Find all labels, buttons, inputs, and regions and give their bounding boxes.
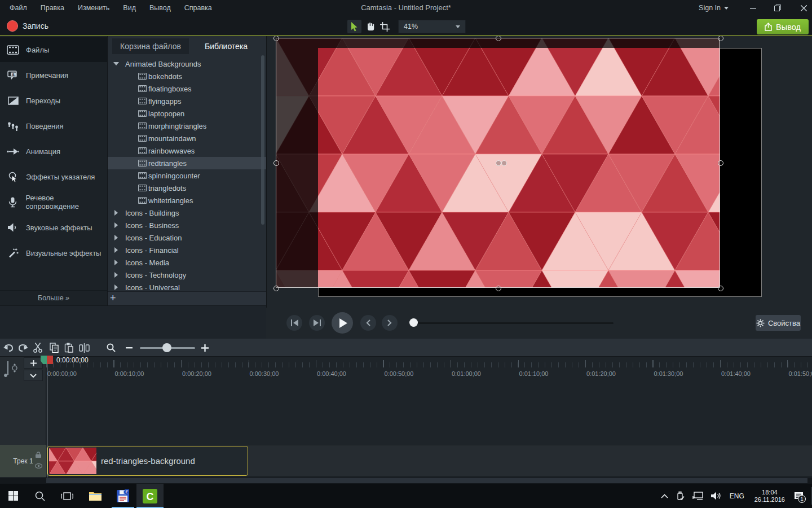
menu-item-2[interactable]: Изменить: [72, 0, 116, 16]
scrollbar-thumb[interactable]: [46, 478, 807, 483]
chevron-right-icon[interactable]: [114, 260, 118, 265]
language-indicator[interactable]: ENG: [730, 492, 744, 500]
sidebar-item-файлы[interactable]: Файлы: [0, 37, 107, 62]
sidebar-item-анимация[interactable]: Анимация: [0, 139, 107, 164]
selection-handle[interactable]: [496, 286, 501, 291]
lock-icon[interactable]: [35, 452, 42, 458]
library-item-morphingtriangles[interactable]: morphingtriangles: [108, 120, 267, 132]
playhead-out-handle[interactable]: [47, 356, 53, 364]
sidebar-item-визуальные-эффекты[interactable]: Визуальные эффекты: [0, 240, 107, 265]
close-button[interactable]: [795, 0, 812, 16]
crop-tool-button[interactable]: [378, 20, 392, 33]
menu-item-5[interactable]: Справка: [178, 0, 218, 16]
selection-handle[interactable]: [718, 36, 723, 41]
chevron-right-icon[interactable]: [114, 272, 118, 278]
selection-handle[interactable]: [496, 36, 501, 41]
selection-handle[interactable]: [273, 36, 279, 41]
cut-button[interactable]: [30, 341, 45, 354]
sidebar-more-button[interactable]: Больше »: [0, 290, 107, 305]
paste-button[interactable]: [61, 341, 76, 354]
chevron-right-icon[interactable]: [114, 222, 118, 228]
export-button[interactable]: Вывод: [757, 19, 809, 34]
library-item-whitetriangles[interactable]: whitetriangles: [108, 194, 267, 207]
sign-in-button[interactable]: Sign In: [699, 0, 729, 16]
tray-expand-button[interactable]: [661, 494, 668, 498]
zoom-out-button[interactable]: [122, 341, 136, 354]
selection-box[interactable]: [276, 38, 720, 288]
library-item-triangledots[interactable]: triangledots: [108, 182, 267, 194]
minimize-button[interactable]: [744, 0, 761, 16]
timeline-ruler[interactable]: 0:00:00;000:00:10;000:00:20;000:00:30;00…: [46, 357, 812, 381]
tab-library[interactable]: Библиотека: [197, 38, 255, 54]
library-scrollbar[interactable]: [261, 55, 264, 225]
menu-item-0[interactable]: Файл: [3, 0, 33, 16]
chevron-down-icon[interactable]: [113, 62, 119, 65]
network-tray-icon[interactable]: [692, 492, 703, 501]
redo-button[interactable]: [16, 341, 30, 354]
add-track-button[interactable]: [24, 357, 43, 369]
selection-handle[interactable]: [273, 286, 279, 291]
file-explorer-button[interactable]: [82, 484, 108, 508]
selection-handle[interactable]: [718, 160, 723, 166]
usb-tray-icon[interactable]: [676, 491, 685, 501]
taskbar-clock[interactable]: 18:04 26.11.2016: [754, 489, 785, 503]
library-item-icons-buildings[interactable]: Icons - Buildings: [108, 207, 267, 219]
task-view-button[interactable]: [54, 484, 80, 508]
library-item-redtriangles[interactable]: redtriangles: [108, 157, 267, 169]
pan-tool-button[interactable]: [363, 20, 377, 33]
scrubber-handle[interactable]: [409, 318, 418, 327]
sidebar-item-поведения[interactable]: Поведения: [0, 113, 107, 138]
library-item-mountaindawn[interactable]: mountaindawn: [108, 132, 267, 144]
chevron-right-icon[interactable]: [114, 284, 118, 290]
library-item-icons-media[interactable]: Icons - Media: [108, 256, 267, 269]
start-button[interactable]: [0, 484, 26, 508]
record-button[interactable]: Запись: [3, 19, 52, 33]
library-item-icons-business[interactable]: Icons - Business: [108, 219, 267, 231]
eye-icon[interactable]: [35, 463, 42, 468]
copy-button[interactable]: [47, 341, 61, 354]
jump-forward-button[interactable]: [382, 315, 398, 331]
tab-media-bin[interactable]: Корзина файлов: [112, 38, 189, 54]
library-item-animated-backgrounds[interactable]: Animated Backgrounds: [108, 58, 267, 70]
sidebar-item-эффекты-указателя[interactable]: Эффекты указателя: [0, 164, 107, 189]
sidebar-item-речевое-сопровождение[interactable]: Речевое сопровождение: [0, 190, 107, 214]
scrubber-track[interactable]: [414, 322, 614, 324]
rotation-handle[interactable]: [496, 160, 501, 166]
select-tool-button[interactable]: [347, 20, 361, 33]
timeline-zoom-button[interactable]: [104, 341, 118, 354]
timeline-zoom-slider-handle[interactable]: [162, 343, 171, 352]
menu-item-4[interactable]: Вывод: [143, 0, 177, 16]
canvas-zoom-dropdown[interactable]: 41%: [398, 20, 466, 33]
rotation-handle[interactable]: [501, 160, 507, 166]
library-item-laptopopen[interactable]: laptopopen: [108, 107, 267, 120]
library-item-spinningcounter[interactable]: spinningcounter: [108, 169, 267, 182]
split-button[interactable]: [77, 341, 91, 354]
chevron-right-icon[interactable]: [114, 247, 118, 253]
chevron-right-icon[interactable]: [114, 210, 118, 216]
volume-tray-icon[interactable]: [711, 492, 721, 500]
library-item-icons-education[interactable]: Icons - Education: [108, 231, 267, 244]
menu-item-1[interactable]: Правка: [34, 0, 70, 16]
taskbar-search-button[interactable]: [27, 484, 53, 508]
sidebar-item-звуковые-эффекты[interactable]: Звуковые эффекты: [0, 215, 107, 240]
library-item-icons-technology[interactable]: Icons - Technology: [108, 269, 267, 281]
track-header[interactable]: Трек 1: [0, 445, 46, 477]
previous-frame-button[interactable]: [286, 315, 302, 331]
sidebar-item-переходы[interactable]: Переходы: [0, 88, 107, 113]
zoom-in-button[interactable]: [197, 341, 212, 354]
library-item-floatingboxes[interactable]: floatingboxes: [108, 82, 267, 95]
timeline-horizontal-scrollbar[interactable]: [0, 478, 812, 484]
collapse-tracks-button[interactable]: [24, 370, 43, 381]
menu-item-3[interactable]: Вид: [117, 0, 142, 16]
library-item-rainbowwaves[interactable]: rainbowwaves: [108, 144, 267, 157]
sidebar-item-примечания[interactable]: aПримечания: [0, 63, 107, 87]
action-center-button[interactable]: 1: [794, 492, 804, 501]
restore-button[interactable]: [769, 0, 786, 16]
floppy-app-button[interactable]: E: [111, 484, 135, 508]
properties-button[interactable]: Свойства: [756, 315, 801, 331]
library-item-icons-financial[interactable]: Icons - Financial: [108, 244, 267, 256]
selection-handle[interactable]: [718, 286, 723, 291]
library-item-flyingapps[interactable]: flyingapps: [108, 95, 267, 107]
track-height-control[interactable]: [3, 359, 21, 380]
library-item-bokehdots[interactable]: bokehdots: [108, 70, 267, 82]
